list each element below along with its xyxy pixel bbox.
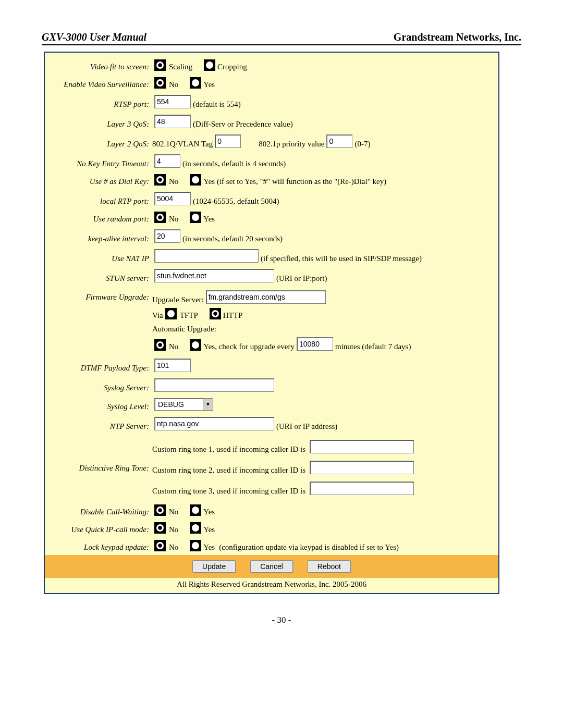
opt-hash-yes: Yes (if set to Yes, "#" will function as… <box>203 176 386 187</box>
radio-surv-yes[interactable] <box>190 77 201 89</box>
hint-ntp: (URI or IP address) <box>276 421 337 431</box>
input-auto-minutes[interactable]: 10080 <box>297 337 333 351</box>
radio-random-yes[interactable] <box>190 212 201 223</box>
opt-via-http: HTTP <box>223 310 243 320</box>
update-button[interactable]: Update <box>192 560 236 573</box>
radio-lock-yes[interactable] <box>190 540 201 551</box>
input-ring1[interactable] <box>310 440 414 453</box>
hint-lock: (configuration update via keypad is disa… <box>219 542 399 552</box>
opt-auto-yes-pre: Yes, check for upgrade every <box>203 341 295 352</box>
radio-cw-no[interactable] <box>154 504 166 516</box>
radio-quickip-no[interactable] <box>154 522 166 534</box>
opt-cw-no: No <box>169 507 178 517</box>
header-left: GXV-3000 User Manual <box>42 31 146 43</box>
ring2-text: Custom ring tone 2, used if incoming cal… <box>152 466 305 474</box>
label-stun: STUN server: <box>45 273 152 283</box>
input-ring3[interactable] <box>310 482 414 495</box>
radio-surv-no[interactable] <box>154 77 166 89</box>
label-syslog-level: Syslog Level: <box>45 401 152 412</box>
opt-cropping: Cropping <box>217 61 247 72</box>
label-ringtone: Distinctive Ring Tone: <box>45 463 152 473</box>
label-8021p: 802.1p priority value <box>259 139 324 149</box>
input-local-rtp[interactable]: 5004 <box>154 192 191 205</box>
radio-video-fit-cropping[interactable] <box>204 59 215 71</box>
radio-lock-no[interactable] <box>154 540 166 551</box>
label-lock-keypad: Lock keypad update: <box>45 542 152 552</box>
input-keepalive[interactable]: 20 <box>154 229 180 243</box>
radio-quickip-yes[interactable] <box>190 522 201 534</box>
radio-hash-yes[interactable] <box>190 174 201 186</box>
copyright-text: All Rights Reserved Grandstream Networks… <box>45 578 498 593</box>
select-value: DEBUG <box>155 399 203 410</box>
input-rtsp-port[interactable]: 554 <box>154 95 191 108</box>
radio-hash-no[interactable] <box>154 174 166 186</box>
input-ring2[interactable] <box>310 461 414 474</box>
input-vlan-tag[interactable]: 0 <box>215 134 241 148</box>
radio-cw-yes[interactable] <box>190 504 201 516</box>
label-upgrade-server: Upgrade Server: <box>152 294 204 305</box>
label-firmware: Firmware Upgrade: <box>45 289 152 302</box>
reboot-button[interactable]: Reboot <box>308 560 351 573</box>
label-layer3: Layer 3 QoS: <box>45 119 152 129</box>
input-layer3[interactable]: 48 <box>154 115 191 128</box>
label-rtsp-port: RTSP port: <box>45 99 152 109</box>
label-quick-ip: Use Quick IP-call mode: <box>45 524 152 535</box>
hint-rtsp: (default is 554) <box>193 99 241 109</box>
input-syslog-server[interactable] <box>154 378 274 392</box>
input-dtmf[interactable]: 101 <box>154 359 191 372</box>
input-upgrade-server[interactable]: fm.grandstream.com/gs <box>206 290 326 304</box>
radio-via-http[interactable] <box>210 308 221 319</box>
label-keepalive: keep-alive interval: <box>45 233 152 244</box>
radio-via-tftp[interactable] <box>165 308 177 319</box>
hint-layer3: (Diff-Serv or Precedence value) <box>193 119 293 129</box>
label-dtmf: DTMF Payload Type: <box>45 363 152 373</box>
opt-lock-no: No <box>169 542 178 552</box>
label-via: Via <box>152 310 163 320</box>
opt-auto-yes-post: minutes (default 7 days) <box>335 341 411 352</box>
opt-random-no: No <box>169 214 178 224</box>
radio-auto-no[interactable] <box>154 339 166 351</box>
input-nat-ip[interactable] <box>154 249 259 263</box>
opt-surv-yes: Yes <box>203 79 215 90</box>
label-vlan-tag: 802.1Q/VLAN Tag <box>152 139 213 149</box>
input-nokey[interactable]: 4 <box>154 154 180 168</box>
opt-surv-no: No <box>169 79 178 90</box>
label-auto-upgrade: Automatic Upgrade: <box>152 324 216 334</box>
input-ntp[interactable]: ntp.nasa.gov <box>154 417 274 430</box>
hint-layer2: (0-7) <box>354 139 370 149</box>
opt-cw-yes: Yes <box>203 507 215 517</box>
input-stun[interactable]: stun.fwdnet.net <box>154 269 274 282</box>
label-ntp: NTP Server: <box>45 421 152 431</box>
opt-auto-no: No <box>169 341 178 352</box>
label-nat-ip: Use NAT IP <box>45 253 152 264</box>
label-syslog-server: Syslog Server: <box>45 382 152 393</box>
hint-local-rtp: (1024-65535, default 5004) <box>193 196 279 206</box>
label-local-rtp: local RTP port: <box>45 196 152 206</box>
hint-nokey: (in seconds, default is 4 seconds) <box>182 158 286 169</box>
cancel-button[interactable]: Cancel <box>250 560 293 573</box>
select-syslog-level[interactable]: DEBUG ▼ <box>154 398 213 411</box>
config-form: Video fit to screen: Scaling Cropping En… <box>44 52 499 594</box>
radio-video-fit-scaling[interactable] <box>154 59 166 71</box>
input-8021p[interactable]: 0 <box>326 134 352 148</box>
action-bar: Update Cancel Reboot <box>45 555 498 578</box>
ring1-text: Custom ring tone 1, used if incoming cal… <box>152 445 305 453</box>
label-random-port: Use random port: <box>45 214 152 224</box>
page-header: GXV-3000 User Manual Grandstream Network… <box>42 31 521 45</box>
opt-hash-no: No <box>169 176 178 187</box>
opt-random-yes: Yes <box>203 214 215 224</box>
hint-keepalive: (in seconds, default 20 seconds) <box>182 233 283 244</box>
page-number: - 30 - <box>42 615 521 625</box>
label-layer2: Layer 2 QoS: <box>45 139 152 149</box>
radio-auto-yes[interactable] <box>190 339 201 351</box>
ring3-text: Custom ring tone 3, used if incoming cal… <box>152 487 305 495</box>
label-disable-cw: Disable Call-Waiting: <box>45 507 152 517</box>
opt-quickip-yes: Yes <box>203 524 215 535</box>
radio-random-no[interactable] <box>154 212 166 223</box>
label-nokey: No Key Entry Timeout: <box>45 158 152 169</box>
hint-stun: (URI or IP:port) <box>276 273 327 283</box>
label-video-fit: Video fit to screen: <box>45 61 152 72</box>
opt-via-tftp: TFTP <box>180 310 198 320</box>
opt-quickip-no: No <box>169 524 178 535</box>
label-enable-video-surv: Enable Video Surveillance: <box>45 79 152 90</box>
